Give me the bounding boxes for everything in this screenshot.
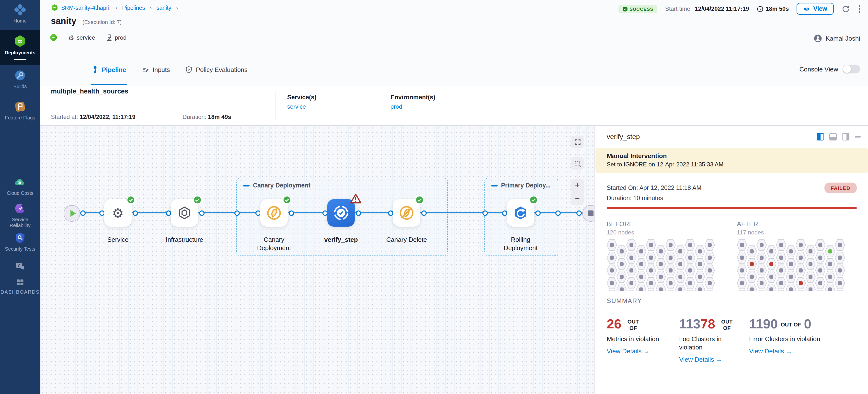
clock-icon [757, 6, 763, 12]
step-details-panel: verify_step Manual Intervention Set to I… [594, 125, 868, 394]
edge-endpoint [80, 210, 85, 216]
success-check-icon [529, 196, 538, 206]
pipeline-start-node[interactable] [64, 205, 80, 222]
breadcrumb: ∞ SRM-sanity-4thapril › Pipelines › sani… [51, 4, 180, 11]
selection-icon [574, 160, 581, 167]
after-header: AFTER 117 nodes [737, 220, 764, 236]
vertical-divider [275, 92, 276, 119]
node-infrastructure[interactable] [171, 199, 198, 226]
node-label: Infrastructure [158, 235, 211, 244]
zoom-out-button[interactable]: − [575, 194, 580, 203]
node-label: verify_step [314, 235, 368, 244]
breadcrumb-pipelines[interactable]: Pipelines [122, 5, 145, 10]
tab-pipeline[interactable]: Pipeline [91, 56, 127, 85]
edge-endpoint [322, 210, 328, 216]
minimize-icon[interactable] [855, 136, 861, 138]
stage-name: multiple_health_sources [51, 88, 128, 95]
check-circle-icon [622, 6, 627, 11]
edge-endpoint [388, 210, 393, 216]
console-view-toggle[interactable] [842, 65, 860, 73]
environment-link[interactable]: prod [391, 103, 435, 110]
sidebar-item-cloud-costs[interactable]: $ Cloud Costs [0, 176, 40, 196]
after-nodegraph [737, 239, 850, 291]
canary-delete-step-icon [399, 205, 414, 221]
inputs-tab-icon [142, 66, 149, 73]
banner-message: Set to IGNORE on 12-Apr-2022 11:35:33 AM [607, 161, 868, 168]
deployments-icon: ∞ [14, 35, 26, 48]
svg-text:?: ? [18, 263, 20, 268]
app-root: Home ∞ Deployments Builds Feature Flags … [0, 0, 868, 394]
environment-tag[interactable]: prod [106, 34, 126, 41]
pipeline-canvas[interactable]: Canary Deployment Primary Deploy... ⚙ Se… [40, 125, 594, 394]
sidebar-item-service-reliability[interactable]: Service Reliability [0, 203, 40, 229]
rolling-deployment-step-icon [513, 205, 528, 221]
sidebar-item-security-tests[interactable]: Security Tests [0, 232, 40, 252]
layout-right-panel-icon[interactable] [817, 133, 824, 141]
error-clusters-total: 0 [804, 317, 811, 331]
tab-policy-evaluations[interactable]: Policy Evaluations [185, 56, 249, 85]
breadcrumb-separator: › [176, 5, 178, 10]
edge-endpoint [355, 210, 361, 216]
sidebar-item-builds[interactable]: Builds [0, 69, 40, 90]
fit-to-screen-button[interactable] [571, 135, 584, 148]
view-details-link[interactable]: View Details → [679, 356, 722, 363]
node-canary-delete[interactable] [393, 199, 420, 226]
edge-endpoint [234, 210, 240, 216]
view-button[interactable]: View [797, 3, 834, 15]
node-label: Canary Delete [380, 235, 434, 244]
verify-step-icon [333, 205, 349, 221]
view-details-link[interactable]: View Details → [607, 347, 650, 355]
group-label: Canary Deployment [243, 182, 310, 189]
collapse-icon[interactable] [243, 185, 250, 186]
sidebar-item-label: Service Reliability [4, 217, 36, 229]
stop-icon [588, 210, 593, 216]
sidebar-item-feature-flags[interactable]: Feature Flags [0, 101, 40, 121]
pipeline-tab-icon [92, 66, 98, 73]
node-service[interactable]: ⚙ [104, 199, 132, 226]
collapse-icon[interactable] [491, 185, 498, 186]
node-canary-deployment[interactable] [260, 199, 288, 226]
breadcrumb-project[interactable]: SRM-sanity-4thapril [61, 5, 111, 10]
sidebar-item-dashboards[interactable]: DASHBOARDS [0, 278, 40, 295]
service-tag[interactable]: ⚙ service [68, 34, 95, 41]
user-menu[interactable]: Kamal Joshi [814, 34, 860, 42]
play-icon [70, 210, 75, 217]
avatar [814, 34, 822, 42]
expand-icon [574, 138, 581, 146]
arrow-right-icon: → [786, 347, 792, 355]
services-block: Service(s) service [287, 94, 316, 110]
summary-desc: Error Clusters in violation [749, 335, 823, 343]
zoom-in-button[interactable]: + [575, 181, 580, 189]
group-label: Primary Deploy... [491, 182, 551, 189]
breadcrumb-pipeline-name[interactable]: sanity [157, 5, 171, 10]
summary-metrics: 26OUT OF Metrics in violation View Detai… [607, 317, 679, 364]
marquee-select-button[interactable] [571, 157, 584, 170]
summary-divider [607, 308, 857, 308]
refresh-icon[interactable] [841, 5, 850, 13]
service-link[interactable]: service [287, 103, 316, 110]
status-badge: SUCCESS [618, 5, 657, 13]
tab-inputs[interactable]: Inputs [141, 56, 171, 85]
edge-endpoint [555, 210, 560, 216]
after-node-count: 117 nodes [737, 229, 764, 236]
view-details-link[interactable]: View Details → [749, 347, 792, 355]
panel-layout-controls [817, 133, 861, 141]
services-label: Service(s) [287, 94, 316, 101]
execution-id: (Execution Id: 7) [83, 19, 122, 25]
security-tests-icon [14, 232, 26, 244]
eye-icon [803, 6, 810, 12]
tab-bar: Pipeline Inputs Policy Evaluations [91, 57, 249, 84]
sidebar-item-label: Builds [13, 84, 27, 90]
node-label: Service [91, 235, 145, 244]
summary-desc: Metrics in violation [607, 335, 679, 343]
node-rolling-deployment[interactable] [507, 199, 534, 226]
summary-log-clusters: 11378OUT OF Log Clusters in violation Vi… [679, 317, 749, 364]
sidebar-item-home[interactable]: Home [0, 4, 40, 24]
node-verify-step[interactable] [327, 199, 355, 226]
layout-minimized-panel-icon[interactable] [842, 133, 849, 141]
layout-bottom-panel-icon[interactable] [829, 133, 837, 141]
sidebar-item-deployments[interactable]: ∞ Deployments [0, 30, 40, 65]
sidebar-item-help-chat[interactable]: ? [0, 261, 40, 272]
summary-desc: Log Clusters in violation [679, 335, 737, 352]
more-options-icon[interactable] [858, 4, 861, 14]
